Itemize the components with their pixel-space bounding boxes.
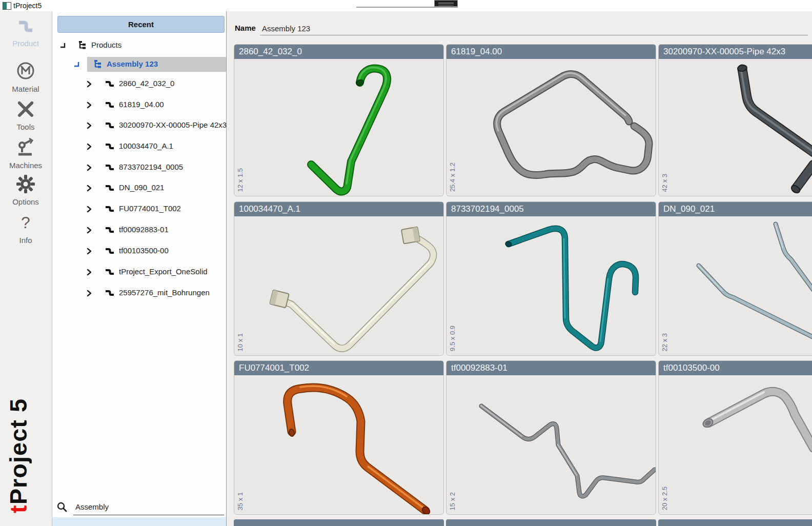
part-card[interactable]: tf00092883-01 15 x 2 xyxy=(446,360,656,515)
chevron-right-icon[interactable] xyxy=(86,80,92,88)
part-card[interactable]: tf00103500-00 20 x 2.5 xyxy=(658,360,812,515)
part-card[interactable]: DN_090_021 22 x 3 xyxy=(658,201,812,356)
sidebar-item-label: Machines xyxy=(0,161,51,170)
tube-dimension-label: 20 x 2.5 xyxy=(661,487,668,510)
tube-dimension-label: 12 x 1.5 xyxy=(236,168,244,192)
tree-node-part[interactable]: DN_090_021 xyxy=(52,180,226,195)
chevron-right-icon[interactable] xyxy=(86,248,92,255)
part-card[interactable]: 8733702194_0005 9.5 x 0.9 xyxy=(446,201,656,356)
tree-node-part[interactable]: FU0774001_T002 xyxy=(52,201,226,216)
part-preview xyxy=(659,59,812,196)
tree-node-label[interactable]: tProject_Export_OneSolid xyxy=(119,267,208,276)
overlapping-window-button[interactable] xyxy=(434,0,458,7)
tree-node-label[interactable]: Products xyxy=(91,41,121,49)
tree-node-assembly[interactable]: Assembly 123 xyxy=(52,57,226,72)
expanded-toggle-icon[interactable] xyxy=(73,61,80,68)
part-card[interactable]: 100034470_A.1 10 x 1 xyxy=(234,201,444,356)
application-window: tProject5 Product Material xyxy=(0,0,812,526)
tree-node-part[interactable]: 100034470_A.1 xyxy=(52,139,226,154)
tree-node-part[interactable]: 8733702194_0005 xyxy=(52,160,226,175)
tree-node-label[interactable]: 61819_04.00 xyxy=(119,100,164,109)
part-preview xyxy=(659,375,812,514)
search-icon xyxy=(56,501,68,513)
tree-node-label[interactable]: 30200970-XX-00005-Pipe 42x3 xyxy=(119,120,227,129)
tree-node-label[interactable]: tf00103500-00 xyxy=(119,246,169,255)
tube-dimension-label: 25.4 x 1.2 xyxy=(449,163,456,192)
tube-icon xyxy=(105,142,115,151)
tree-node-label[interactable]: 8733702194_0005 xyxy=(119,163,183,171)
tree-node-label[interactable]: FU0774001_T002 xyxy=(119,204,181,213)
chevron-right-icon[interactable] xyxy=(86,206,92,213)
part-card-title: FU0774001_T002 xyxy=(234,361,443,375)
search-input-underline xyxy=(73,515,224,515)
part-preview xyxy=(234,375,443,514)
chevron-right-icon[interactable] xyxy=(86,102,92,109)
part-card-partial[interactable] xyxy=(446,519,656,526)
part-card-title: 2860_42_032_0 xyxy=(234,45,443,59)
part-card[interactable]: 61819_04.00 25.4 x 1.2 xyxy=(446,44,656,196)
tree-node-label[interactable]: 25957276_mit_Bohrungen xyxy=(119,288,210,297)
tree-node-part[interactable]: 25957276_mit_Bohrungen xyxy=(52,286,226,300)
expanded-toggle-icon[interactable] xyxy=(59,42,66,49)
chevron-right-icon[interactable] xyxy=(86,122,92,129)
part-preview xyxy=(446,59,656,196)
tree-node-part[interactable]: tf00092883-01 xyxy=(52,222,226,237)
sidebar-item-info[interactable]: ? Info xyxy=(0,214,51,245)
tree-node-part[interactable]: tProject_Export_OneSolid xyxy=(52,265,226,279)
part-card-title: DN_090_021 xyxy=(659,202,812,216)
part-card-partial[interactable] xyxy=(234,519,444,526)
tree-node-label[interactable]: 100034470_A.1 xyxy=(119,141,173,150)
chevron-right-icon[interactable] xyxy=(86,269,92,276)
tube-icon xyxy=(15,18,36,35)
tube-icon xyxy=(105,184,115,192)
tree-search: Assembly xyxy=(52,497,226,519)
tree-hover-highlight xyxy=(52,517,226,526)
part-preview xyxy=(234,59,443,196)
part-card-title: tf00103500-00 xyxy=(659,361,812,375)
sidebar-item-machines[interactable]: Machines xyxy=(0,137,51,170)
tree-root-products[interactable]: Products xyxy=(52,38,226,53)
tube-icon xyxy=(105,121,115,130)
sidebar-item-tools[interactable]: Tools xyxy=(0,99,51,131)
gear-icon xyxy=(16,174,35,194)
tube-preview-loop xyxy=(446,59,656,196)
product-structure-icon xyxy=(78,41,87,50)
tree-node-label[interactable]: Assembly 123 xyxy=(107,59,158,68)
chevron-right-icon[interactable] xyxy=(86,185,92,192)
tube-icon xyxy=(105,205,115,213)
part-card-partial[interactable] xyxy=(658,519,812,526)
tube-preview-cream xyxy=(234,216,443,355)
chevron-right-icon[interactable] xyxy=(86,227,92,234)
name-input-underline xyxy=(260,35,808,35)
part-card[interactable]: 2860_42_032_0 12 x 1.5 xyxy=(234,44,444,196)
logo-accent-letter: t xyxy=(5,504,32,513)
part-card[interactable]: FU0774001_T002 35 x 1 xyxy=(234,360,444,515)
part-preview xyxy=(234,216,443,355)
tree-node-label[interactable]: DN_090_021 xyxy=(119,183,164,192)
sidebar-item-options[interactable]: Options xyxy=(0,174,51,206)
window-title: tProject5 xyxy=(13,2,42,10)
tree-node-part[interactable]: tf00103500-00 xyxy=(52,244,226,258)
tree-node-label[interactable]: 2860_42_032_0 xyxy=(119,79,174,88)
chevron-right-icon[interactable] xyxy=(86,164,92,171)
main-content: Name Assembly 123 2860_42_032_0 12 x 1.5… xyxy=(227,11,812,526)
part-card[interactable]: 30200970-XX-00005-Pipe 42x3 42 x 3 xyxy=(658,44,812,196)
chevron-right-icon[interactable] xyxy=(86,290,92,297)
tree-node-part[interactable]: 61819_04.00 xyxy=(52,97,226,112)
sidebar-item-product[interactable]: Product xyxy=(0,18,51,48)
part-card-title: 100034470_A.1 xyxy=(234,202,443,216)
tube-icon xyxy=(105,163,115,172)
tree-node-part[interactable]: 2860_42_032_0 xyxy=(52,76,226,91)
recent-button[interactable]: Recent xyxy=(57,16,225,33)
tube-icon xyxy=(105,289,115,297)
tree-node-part[interactable]: 30200970-XX-00005-Pipe 42x3 xyxy=(52,118,226,133)
chevron-right-icon[interactable] xyxy=(86,143,92,150)
sidebar-item-material[interactable]: Material xyxy=(0,60,51,93)
search-input[interactable]: Assembly xyxy=(75,502,109,511)
sidebar-item-label: Info xyxy=(0,236,51,245)
title-bar: tProject5 xyxy=(0,0,812,11)
question-icon: ? xyxy=(18,214,33,232)
overlapping-window-edge xyxy=(356,0,458,8)
tree-node-label[interactable]: tf00092883-01 xyxy=(119,225,169,234)
name-input[interactable]: Assembly 123 xyxy=(262,24,310,33)
